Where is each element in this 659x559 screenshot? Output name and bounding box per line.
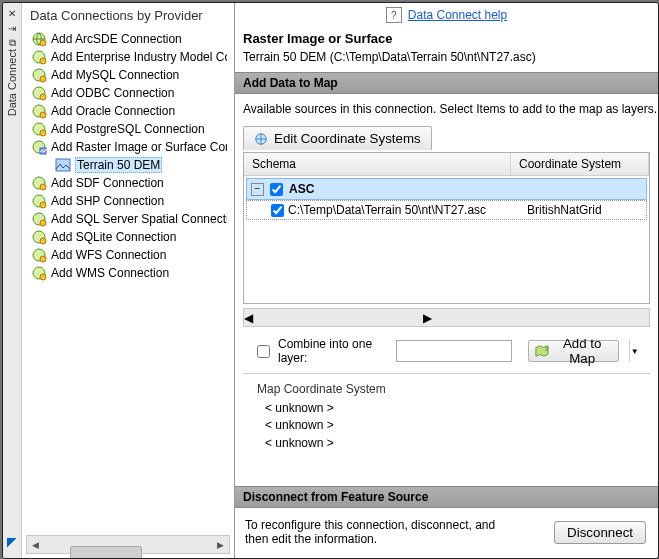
tree-label-selected: Terrain 50 DEM: [75, 157, 162, 173]
tree-item-arcsde[interactable]: Add ArcSDE Connection: [29, 30, 227, 48]
svg-rect-14: [56, 159, 70, 171]
available-sources-text: Available sources in this connection. Se…: [235, 94, 658, 126]
scroll-right-arrow-icon[interactable]: ▶: [423, 311, 432, 325]
svg-point-11: [40, 130, 46, 136]
group-checkbox[interactable]: [270, 183, 283, 196]
tree-label: Add WFS Connection: [51, 248, 166, 262]
pin-icon[interactable]: ⇥: [6, 22, 18, 34]
tree-item-shp[interactable]: Add SHP Connection: [29, 192, 227, 210]
map-cs-value-3: < unknown >: [265, 435, 644, 452]
grid-header-schema[interactable]: Schema: [244, 153, 511, 175]
db-globe-icon: [31, 175, 47, 191]
add-to-map-dropdown[interactable]: ▼: [629, 340, 640, 362]
grid-group-row[interactable]: − ASC: [246, 178, 647, 200]
tree-item-sdf[interactable]: Add SDF Connection: [29, 174, 227, 192]
tree-label: Add ODBC Connection: [51, 86, 174, 100]
globe-icon: [254, 132, 268, 146]
group-label: ASC: [289, 182, 646, 196]
combine-label: Combine into one layer:: [278, 337, 388, 365]
tree-label: Add SQL Server Spatial Connection: [51, 212, 227, 226]
row-checkbox[interactable]: [271, 204, 284, 217]
grid-data-row[interactable]: C:\Temp\Data\Terrain 50\nt\NT27.asc Brit…: [246, 200, 647, 220]
tree-item-sqlserver[interactable]: Add SQL Server Spatial Connection: [29, 210, 227, 228]
scroll-left-arrow-icon[interactable]: ◀: [27, 537, 44, 552]
svg-point-26: [40, 274, 46, 280]
combine-layer-name-input[interactable]: [396, 340, 512, 362]
map-cs-value-2: < unknown >: [265, 417, 644, 434]
row-path: C:\Temp\Data\Terrain 50\nt\NT27.asc: [288, 203, 486, 217]
row-cs: BritishNatGrid: [521, 203, 646, 217]
tree-label: Add WMS Connection: [51, 266, 169, 280]
db-globe-icon: [31, 211, 47, 227]
tree-label: Add ArcSDE Connection: [51, 32, 182, 46]
raster-globe-icon: [31, 139, 47, 155]
svg-point-9: [40, 112, 46, 118]
db-globe-icon: [31, 85, 47, 101]
add-to-map-icon: [535, 344, 549, 358]
combine-checkbox[interactable]: [257, 345, 270, 358]
db-globe-icon: [31, 103, 47, 119]
tree-label: Add Raster Image or Surface Connection: [51, 140, 227, 154]
tree-item-enterprise[interactable]: Add Enterprise Industry Model Connection: [29, 48, 227, 66]
map-cs-value-1: < unknown >: [265, 400, 644, 417]
scroll-left-arrow-icon[interactable]: ◀: [244, 311, 253, 325]
map-cs-label: Map Coordinate System: [257, 382, 644, 396]
tree-item-mysql[interactable]: Add MySQL Connection: [29, 66, 227, 84]
svg-point-18: [40, 202, 46, 208]
tree-item-terrain-50-dem[interactable]: Terrain 50 DEM: [29, 156, 227, 174]
svg-point-20: [40, 220, 46, 226]
tree-item-wms[interactable]: Add WMS Connection: [29, 264, 227, 282]
chevron-down-icon: ▼: [631, 347, 639, 356]
add-to-map-label: Add to Map: [553, 336, 612, 366]
section-disconnect: Disconnect from Feature Source: [235, 486, 658, 508]
tree-label: Add Oracle Connection: [51, 104, 175, 118]
db-globe-icon: [31, 229, 47, 245]
svg-point-1: [40, 40, 46, 46]
db-globe-icon: [31, 121, 47, 137]
edit-coordinate-systems-button[interactable]: Edit Coordinate Systems: [243, 126, 432, 150]
app-logo-corner: [7, 538, 17, 548]
disconnect-description: To reconfigure this connection, disconne…: [245, 518, 515, 546]
tree-label: Add PostgreSQL Connection: [51, 122, 205, 136]
db-globe-icon: [31, 67, 47, 83]
tree-item-raster[interactable]: Add Raster Image or Surface Connection: [29, 138, 227, 156]
tree-item-odbc[interactable]: Add ODBC Connection: [29, 84, 227, 102]
tree-hscrollbar[interactable]: ◀ ▶: [26, 535, 230, 554]
disconnect-button[interactable]: Disconnect: [554, 521, 646, 544]
db-globe-icon: [31, 49, 47, 65]
help-link[interactable]: Data Connect help: [408, 8, 507, 22]
connection-path: Terrain 50 DEM (C:\Temp\Data\Terrain 50\…: [235, 48, 658, 72]
section-add-data: Add Data to Map: [235, 72, 658, 94]
provider-tree: Add ArcSDE Connection Add Enterprise Ind…: [26, 26, 230, 535]
tree-label: Add Enterprise Industry Model Connection: [51, 50, 227, 64]
svg-point-3: [40, 58, 46, 64]
tree-label: Add MySQL Connection: [51, 68, 179, 82]
tree-item-postgresql[interactable]: Add PostgreSQL Connection: [29, 120, 227, 138]
sources-grid: Schema Coordinate System − ASC C:\Temp\D…: [243, 152, 650, 304]
add-to-map-button[interactable]: Add to Map: [528, 340, 619, 362]
connection-type-title: Raster Image or Surface: [235, 29, 658, 48]
close-icon[interactable]: ✕: [6, 7, 18, 19]
tree-label: Add SHP Connection: [51, 194, 164, 208]
tree-item-wfs[interactable]: Add WFS Connection: [29, 246, 227, 264]
svg-point-24: [40, 256, 46, 262]
tree-label: Add SQLite Connection: [51, 230, 176, 244]
svg-point-22: [40, 238, 46, 244]
help-icon[interactable]: ?: [386, 7, 402, 23]
grid-hscrollbar[interactable]: ◀ ▶: [243, 308, 650, 327]
svg-point-5: [40, 76, 46, 82]
db-globe-icon: [31, 247, 47, 263]
grid-header-cs[interactable]: Coordinate System: [511, 153, 649, 175]
db-globe-icon: [31, 31, 47, 47]
svg-point-16: [40, 184, 46, 190]
left-panel-title: Data Connections by Provider: [22, 3, 234, 26]
raster-image-icon: [55, 157, 71, 173]
tree-item-oracle[interactable]: Add Oracle Connection: [29, 102, 227, 120]
options-icon[interactable]: ⧉: [6, 37, 18, 49]
collapse-icon[interactable]: −: [251, 183, 264, 196]
tree-item-sqlite[interactable]: Add SQLite Connection: [29, 228, 227, 246]
db-globe-icon: [31, 193, 47, 209]
tree-label: Add SDF Connection: [51, 176, 164, 190]
scroll-right-arrow-icon[interactable]: ▶: [212, 537, 229, 552]
db-globe-icon: [31, 265, 47, 281]
